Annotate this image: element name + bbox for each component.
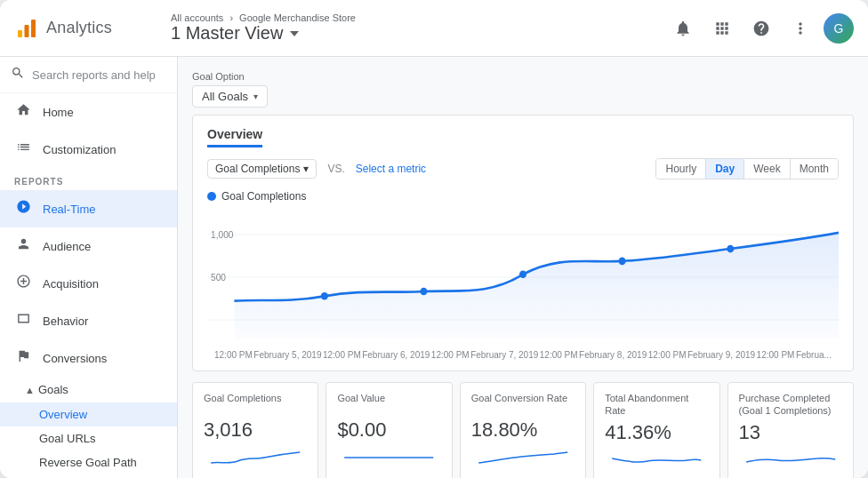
metric-card-1: Goal Value $0.00 [326,382,452,478]
header-logo: Analytics [14,16,157,41]
goal-option-row: Goal Option All Goals ▾ [192,71,854,108]
sidebar-item-audience[interactable]: Audience [0,227,177,265]
customization-icon [14,139,32,159]
chart-svg: 1,000 500 [207,206,839,348]
sparkline-2 [471,445,575,470]
reports-section-label: REPORTS [0,168,177,190]
search-row [0,57,177,93]
app-container: Analytics All accounts › Google Merchand… [0,0,868,478]
svg-point-9 [420,288,427,296]
metric-card-3: Total Abandonment Rate 41.36% [593,382,719,478]
vs-label: VS. [327,163,344,175]
metric-value-2: 18.80% [471,418,575,442]
chart-legend-label: Goal Completions [221,190,306,203]
svg-point-12 [727,245,734,253]
sidebar-item-home[interactable]: Home [0,93,177,131]
realtime-icon [14,199,32,219]
sidebar-item-goals[interactable]: ▲ Goals [0,377,177,402]
view-selector[interactable]: 1 Master View [171,23,667,44]
sidebar-item-goal-urls[interactable]: Goal URLs [0,426,177,450]
sidebar: Home Customization REPORTS Real-Time Au [0,57,178,478]
header-title: Analytics [46,19,112,37]
metric-card-4: Purchase Completed (Goal 1 Completions) … [727,382,854,478]
sidebar-item-overview[interactable]: Overview [0,402,177,426]
time-hourly-button[interactable]: Hourly [656,159,706,179]
goal-option-label: Goal Option [192,71,854,82]
select-metric-link[interactable]: Select a metric [356,163,426,175]
sidebar-item-reverse-goal-path[interactable]: Reverse Goal Path [0,450,177,474]
header-actions: G [667,12,854,44]
search-icon [11,66,25,84]
overview-title: Overview [207,127,262,147]
metrics-grid-row1: Goal Completions 3,016 Goal Value $0.00 … [192,382,854,478]
legend-dot [207,192,216,201]
goal-select[interactable]: All Goals ▾ [192,85,268,108]
time-day-button[interactable]: Day [706,159,744,179]
chart-legend: Goal Completions [207,190,839,203]
svg-point-8 [321,292,328,300]
time-week-button[interactable]: Week [744,159,790,179]
behavior-icon [14,311,32,331]
svg-point-11 [619,258,626,266]
chart-controls: Goal Completions ▾ VS. Select a metric H… [207,158,839,179]
analytics-logo-icon [14,16,39,41]
metric-label-2: Goal Conversion Rate [471,392,575,415]
svg-text:1,000: 1,000 [211,230,234,240]
sidebar-item-realtime[interactable]: Real-Time [0,190,177,227]
more-button[interactable] [784,12,816,44]
body: Home Customization REPORTS Real-Time Au [0,57,868,478]
sidebar-item-conversions[interactable]: Conversions [0,339,177,377]
metric-value-3: 41.36% [605,421,708,444]
chart-area: 1,000 500 [207,206,839,348]
overview-section: Overview Goal Completions ▾ VS. Select a… [192,115,854,371]
sidebar-item-behavior[interactable]: Behavior [0,302,177,339]
sidebar-item-acquisition[interactable]: Acquisition [0,265,177,302]
svg-rect-2 [31,20,36,37]
home-icon [14,102,32,122]
svg-text:500: 500 [211,273,226,283]
svg-point-10 [519,271,526,279]
chart-xaxis: 12:00 PM February 5, 2019 12:00 PM Febru… [207,350,839,360]
metric-card-2: Goal Conversion Rate 18.80% [460,382,586,478]
metric-value-4: 13 [739,421,842,444]
view-dropdown-arrow [290,31,299,36]
user-avatar[interactable]: G [824,13,854,44]
sparkline-4 [739,448,842,473]
sidebar-item-funnel-viz[interactable]: Funnel Visualization [0,474,177,478]
acquisition-icon [14,274,32,293]
help-button[interactable] [745,12,777,44]
metric-label-1: Goal Value [337,392,440,415]
search-input[interactable] [32,68,166,82]
metric-card-0: Goal Completions 3,016 [192,382,318,478]
time-controls: Hourly Day Week Month [655,158,839,179]
expand-icon: ▲ [25,385,35,395]
conversions-icon [14,348,32,368]
sparkline-3 [605,448,708,473]
svg-rect-0 [18,30,22,37]
apps-button[interactable] [706,12,738,44]
sub-nav-conversions: ▲ Goals Overview Goal URLs Reverse Goal … [0,377,177,478]
metric-label-4: Purchase Completed (Goal 1 Completions) [739,392,842,418]
svg-rect-1 [25,25,29,37]
breadcrumb-path: All accounts › Google Merchandise Store [171,12,667,23]
sidebar-item-customization[interactable]: Customization [0,131,177,168]
metric-select-arrow-icon: ▾ [303,163,309,175]
notifications-button[interactable] [667,12,699,44]
main-content: Goal Option All Goals ▾ Overview Goal Co… [178,57,868,478]
metric-value-0: 3,016 [204,418,307,442]
metric-select-dropdown[interactable]: Goal Completions ▾ [207,159,317,179]
header-breadcrumb: All accounts › Google Merchandise Store … [157,12,667,44]
audience-icon [14,236,32,256]
metric-value-1: $0.00 [337,418,440,442]
metric-label-3: Total Abandonment Rate [605,392,708,418]
sparkline-0 [204,445,307,470]
sparkline-1 [337,445,440,470]
header: Analytics All accounts › Google Merchand… [0,0,868,57]
metric-label-0: Goal Completions [204,392,307,415]
time-month-button[interactable]: Month [791,159,838,179]
goal-select-arrow: ▾ [253,92,258,101]
